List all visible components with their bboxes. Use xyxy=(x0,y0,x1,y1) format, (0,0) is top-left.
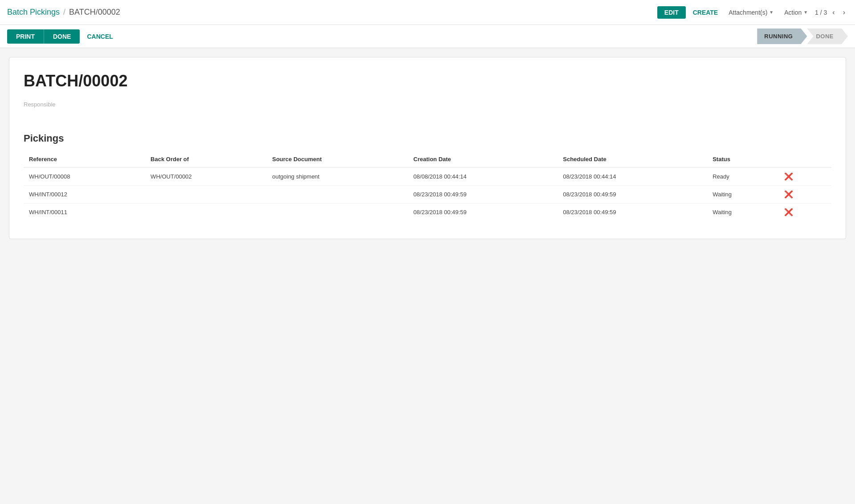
cell-creation-date: 08/23/2018 00:49:59 xyxy=(408,203,558,221)
cell-back-order-of xyxy=(145,186,267,203)
cell-scheduled-date: 08/23/2018 00:49:59 xyxy=(558,186,707,203)
cell-source-document: outgoing shipment xyxy=(267,167,408,186)
cell-delete: ❌ xyxy=(777,186,831,203)
pagination-info: 1 / 3 ‹ › xyxy=(815,8,848,17)
cell-scheduled-date: 08/23/2018 00:44:14 xyxy=(558,167,707,186)
cell-back-order-of: WH/OUT/00002 xyxy=(145,167,267,186)
cell-delete: ❌ xyxy=(777,203,831,221)
col-header-status: Status xyxy=(707,151,777,167)
status-steps: RUNNING DONE xyxy=(757,28,848,44)
cell-delete: ❌ xyxy=(777,167,831,186)
top-bar: Batch Pickings / BATCH/00002 EDIT CREATE… xyxy=(0,0,855,25)
attachments-dropdown-button[interactable]: Attachment(s) ▼ xyxy=(725,6,777,19)
delete-row-0-button[interactable]: ❌ xyxy=(782,172,795,181)
cell-reference: WH/INT/00011 xyxy=(24,203,145,221)
attachments-chevron-icon: ▼ xyxy=(769,10,774,15)
cell-back-order-of xyxy=(145,203,267,221)
cell-reference: WH/OUT/00008 xyxy=(24,167,145,186)
cell-creation-date: 08/23/2018 00:49:59 xyxy=(408,186,558,203)
breadcrumb-current: BATCH/00002 xyxy=(69,8,120,17)
col-header-scheduled-date: Scheduled Date xyxy=(558,151,707,167)
action-bar: PRINT DONE CANCEL RUNNING DONE xyxy=(0,25,855,48)
cell-status: Waiting xyxy=(707,186,777,203)
col-header-source-document: Source Document xyxy=(267,151,408,167)
cell-source-document xyxy=(267,186,408,203)
col-header-back-order-of: Back Order of xyxy=(145,151,267,167)
form-card: BATCH/00002 Responsible Pickings Referen… xyxy=(9,57,846,239)
record-title: BATCH/00002 xyxy=(24,72,831,90)
print-button[interactable]: PRINT xyxy=(7,29,44,44)
cell-creation-date: 08/08/2018 00:44:14 xyxy=(408,167,558,186)
delete-row-1-button[interactable]: ❌ xyxy=(782,190,795,199)
cell-reference: WH/INT/00012 xyxy=(24,186,145,203)
breadcrumb: Batch Pickings / BATCH/00002 xyxy=(7,8,657,17)
action-bar-left: PRINT DONE CANCEL xyxy=(7,29,757,44)
cell-status: Waiting xyxy=(707,203,777,221)
cell-scheduled-date: 08/23/2018 00:49:59 xyxy=(558,203,707,221)
delete-row-2-button[interactable]: ❌ xyxy=(782,208,795,216)
prev-page-button[interactable]: ‹ xyxy=(830,8,837,17)
pagination-text: 1 / 3 xyxy=(815,9,827,16)
cancel-button[interactable]: CANCEL xyxy=(80,29,120,44)
table-row[interactable]: WH/INT/0001208/23/2018 00:49:5908/23/201… xyxy=(24,186,831,203)
main-content: BATCH/00002 Responsible Pickings Referen… xyxy=(0,48,855,248)
col-header-creation-date: Creation Date xyxy=(408,151,558,167)
status-step-running: RUNNING xyxy=(757,28,807,44)
pickings-table: Reference Back Order of Source Document … xyxy=(24,151,831,221)
status-step-done: DONE xyxy=(807,28,848,44)
cell-status: Ready xyxy=(707,167,777,186)
breadcrumb-separator: / xyxy=(63,8,65,17)
table-row[interactable]: WH/OUT/00008WH/OUT/00002outgoing shipmen… xyxy=(24,167,831,186)
cell-source-document xyxy=(267,203,408,221)
table-header-row: Reference Back Order of Source Document … xyxy=(24,151,831,167)
done-button[interactable]: DONE xyxy=(44,29,80,44)
action-chevron-icon: ▼ xyxy=(803,10,808,15)
top-actions: EDIT CREATE Attachment(s) ▼ Action ▼ 1 /… xyxy=(657,6,848,19)
breadcrumb-parent-link[interactable]: Batch Pickings xyxy=(7,8,60,17)
col-header-reference: Reference xyxy=(24,151,145,167)
pickings-section-title: Pickings xyxy=(24,133,831,144)
action-dropdown-button[interactable]: Action ▼ xyxy=(781,6,811,19)
edit-button[interactable]: EDIT xyxy=(657,6,686,19)
col-header-actions xyxy=(777,151,831,167)
next-page-button[interactable]: › xyxy=(840,8,848,17)
action-label: Action xyxy=(784,9,802,16)
responsible-value[interactable] xyxy=(24,110,831,118)
create-button[interactable]: CREATE xyxy=(689,6,722,19)
responsible-label: Responsible xyxy=(24,101,831,108)
table-row[interactable]: WH/INT/0001108/23/2018 00:49:5908/23/201… xyxy=(24,203,831,221)
attachments-label: Attachment(s) xyxy=(729,9,767,16)
